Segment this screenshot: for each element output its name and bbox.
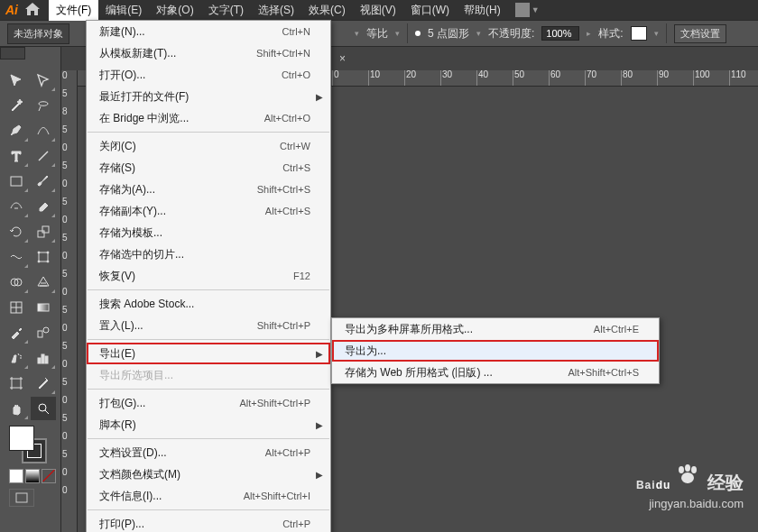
svg-rect-0 <box>11 177 22 186</box>
menu-item[interactable]: 打印(P)...Ctrl+P <box>87 513 330 532</box>
menu-item[interactable]: 导出(E)▶ <box>87 343 330 364</box>
line-tool[interactable] <box>31 144 56 168</box>
curvature-tool[interactable] <box>31 119 56 142</box>
menu-edit[interactable]: 编辑(E) <box>98 0 149 21</box>
hand-tool[interactable] <box>4 397 29 420</box>
menu-view[interactable]: 视图(V) <box>353 0 403 21</box>
menubar: 文件(F) 编辑(E) 对象(O) 文字(T) 选择(S) 效果(C) 视图(V… <box>49 0 508 20</box>
color-mode-solid[interactable] <box>9 469 23 483</box>
menu-item[interactable]: 置入(L)...Shift+Ctrl+P <box>87 315 330 336</box>
menu-item[interactable]: 文件信息(I)...Alt+Shift+Ctrl+I <box>87 485 330 507</box>
workspace-switcher[interactable]: ▼ <box>515 3 540 17</box>
menu-item[interactable]: 最近打开的文件(F)▶ <box>87 86 330 107</box>
menu-help[interactable]: 帮助(H) <box>457 0 508 21</box>
blend-tool[interactable] <box>31 321 56 344</box>
shape-builder-tool[interactable] <box>4 271 29 294</box>
symbol-sprayer-tool[interactable] <box>4 346 29 370</box>
shaper-tool[interactable] <box>4 195 29 218</box>
watermark-cn: 经验 <box>707 472 744 492</box>
pen-tool[interactable] <box>4 119 29 142</box>
home-icon[interactable] <box>25 3 40 18</box>
selection-tool[interactable] <box>4 69 29 92</box>
svg-rect-2 <box>42 226 49 233</box>
document-setup-button[interactable]: 文档设置 <box>674 24 726 43</box>
free-transform-tool[interactable] <box>31 245 56 269</box>
menu-type[interactable]: 文字(T) <box>201 0 251 21</box>
color-mode-gradient[interactable] <box>25 469 40 483</box>
submenu-item[interactable]: 导出为... <box>332 340 659 362</box>
menu-item[interactable]: 在 Bridge 中浏览...Alt+Ctrl+O <box>87 107 330 129</box>
chevron-down-icon[interactable]: ▾ <box>355 29 359 38</box>
menu-item[interactable]: 存储为模板... <box>87 222 330 243</box>
menu-effect[interactable]: 效果(C) <box>301 0 353 21</box>
menu-item[interactable]: 打开(O)...Ctrl+O <box>87 64 330 86</box>
scale-label: 等比 <box>366 26 388 41</box>
rectangle-tool[interactable] <box>4 170 29 193</box>
style-swatch[interactable] <box>631 26 647 41</box>
stroke-label: 5 点圆形 <box>428 26 469 41</box>
scale-tool[interactable] <box>31 220 56 243</box>
chevron-down-icon[interactable]: ▾ <box>654 29 659 38</box>
svg-point-13 <box>43 327 49 333</box>
chevron-down-icon[interactable]: ▾ <box>476 29 481 38</box>
eyedropper-tool[interactable] <box>4 321 29 344</box>
menu-item[interactable]: 存储(S)Ctrl+S <box>87 157 330 179</box>
gradient-tool[interactable] <box>31 296 56 319</box>
lasso-tool[interactable] <box>31 94 56 117</box>
menu-item[interactable]: 存储为(A)...Shift+Ctrl+S <box>87 179 330 200</box>
menu-select[interactable]: 选择(S) <box>251 0 301 21</box>
magic-wand-tool[interactable] <box>4 94 29 117</box>
svg-rect-12 <box>38 331 42 337</box>
svg-point-22 <box>691 466 697 473</box>
export-submenu: 导出为多种屏幕所用格式...Alt+Ctrl+E导出为...存储为 Web 所用… <box>331 317 660 384</box>
chevron-right-icon[interactable]: ▸ <box>587 29 591 38</box>
grid-icon <box>515 3 530 17</box>
type-tool[interactable] <box>4 144 29 168</box>
svg-point-18 <box>39 404 46 411</box>
svg-rect-14 <box>38 358 41 363</box>
paintbrush-tool[interactable] <box>31 170 56 193</box>
slice-tool[interactable] <box>31 371 56 395</box>
menu-window[interactable]: 窗口(W) <box>403 0 457 21</box>
separator <box>666 23 667 43</box>
opacity-input[interactable] <box>541 26 579 41</box>
zoom-tool[interactable] <box>31 397 56 420</box>
menu-item[interactable]: 存储选中的切片... <box>87 243 330 265</box>
fill-stroke-swatches[interactable] <box>9 426 51 463</box>
perspective-grid-tool[interactable] <box>31 271 56 294</box>
rotate-tool[interactable] <box>4 220 29 243</box>
menu-item[interactable]: 文档设置(D)...Alt+Ctrl+P <box>87 442 330 463</box>
screen-mode-normal[interactable] <box>9 489 34 507</box>
menu-item[interactable]: 文档颜色模式(M)▶ <box>87 463 330 485</box>
submenu-item[interactable]: 存储为 Web 所用格式 (旧版) ...Alt+Shift+Ctrl+S <box>332 362 659 383</box>
close-icon[interactable]: × <box>334 52 351 65</box>
color-mode-none[interactable] <box>42 469 56 483</box>
menu-item[interactable]: 脚本(R)▶ <box>87 414 330 436</box>
menu-item[interactable]: 搜索 Adobe Stock... <box>87 293 330 315</box>
separator <box>407 23 408 43</box>
menu-file[interactable]: 文件(F) <box>49 0 98 21</box>
title-bar: Ai 文件(F) 编辑(E) 对象(O) 文字(T) 选择(S) 效果(C) 视… <box>0 0 758 20</box>
chevron-down-icon[interactable]: ▾ <box>395 29 400 38</box>
menu-item[interactable]: 存储副本(Y)...Alt+Ctrl+S <box>87 200 330 222</box>
menu-item: 导出所选项目... <box>87 364 330 386</box>
menu-item[interactable]: 关闭(C)Ctrl+W <box>87 135 330 157</box>
fill-swatch[interactable] <box>9 426 34 451</box>
eraser-tool[interactable] <box>31 195 56 218</box>
column-graph-tool[interactable] <box>31 346 56 370</box>
submenu-item[interactable]: 导出为多种屏幕所用格式...Alt+Ctrl+E <box>332 318 659 340</box>
svg-rect-19 <box>16 493 27 502</box>
mesh-tool[interactable] <box>4 296 29 319</box>
toolbox-grip[interactable] <box>0 47 25 60</box>
menu-item[interactable]: 恢复(V)F12 <box>87 265 330 287</box>
menu-object[interactable]: 对象(O) <box>149 0 200 21</box>
style-label: 样式: <box>598 26 623 41</box>
selection-status: 未选择对象 <box>7 23 69 44</box>
width-tool[interactable] <box>4 245 29 269</box>
svg-point-7 <box>47 261 49 262</box>
menu-item[interactable]: 打包(G)...Alt+Shift+Ctrl+P <box>87 392 330 414</box>
artboard-tool[interactable] <box>4 371 29 395</box>
direct-selection-tool[interactable] <box>31 69 56 92</box>
menu-item[interactable]: 新建(N)...Ctrl+N <box>87 21 330 42</box>
menu-item[interactable]: 从模板新建(T)...Shift+Ctrl+N <box>87 42 330 64</box>
